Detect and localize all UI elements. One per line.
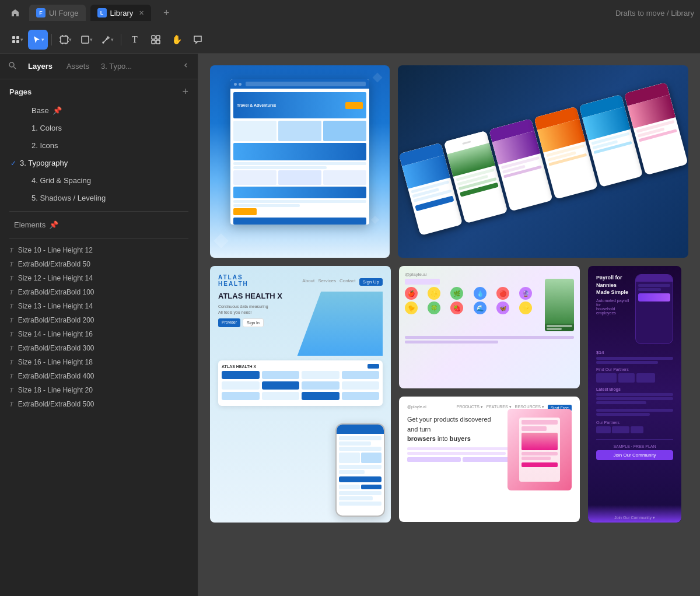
divider-1	[9, 211, 188, 212]
layer-item-11[interactable]: T ExtraBold/ExtraBold 500	[0, 397, 198, 411]
svg-rect-16	[156, 36, 160, 39]
panel-header: Layers Assets 3. Typo...	[0, 54, 198, 79]
layer-type-icon-11: T	[9, 401, 13, 408]
page-item-shadows[interactable]: 5. Shadows / Leveling	[5, 190, 193, 206]
layer-item-4[interactable]: T Size 13 - Line Height 14	[0, 299, 198, 313]
comment-tool[interactable]	[188, 30, 208, 50]
panel-collapse-button[interactable]	[181, 61, 190, 71]
preview-row-2: ATLASHEALTH AboutServicesContact Sign Up…	[210, 266, 688, 523]
tab-library-close[interactable]: ✕	[139, 9, 144, 17]
layer-item-2[interactable]: T Size 12 - Line Height 14	[0, 271, 198, 285]
svg-rect-0	[12, 36, 15, 39]
svg-rect-17	[152, 40, 155, 44]
layer-item-7[interactable]: T ExtraBold/ExtraBold 300	[0, 341, 198, 355]
pen-tool[interactable]: ▾	[97, 30, 117, 50]
preview-dark-purple[interactable]: Payroll for NanniesMade Simple Automated…	[588, 266, 681, 523]
tab-library-label: Library	[110, 9, 134, 17]
atlas-desc: Continuous data measuringAll tools you n…	[218, 304, 300, 315]
svg-rect-3	[16, 40, 19, 43]
svg-point-14	[103, 42, 104, 43]
divider-2	[9, 238, 188, 239]
tab-library[interactable]: L Library ✕	[90, 5, 152, 21]
layer-type-icon-7: T	[9, 345, 13, 352]
atlas-logo: ATLASHEALTH	[218, 274, 249, 287]
layer-type-icon-9: T	[9, 373, 13, 380]
tab-ui-forge-icon: F	[36, 8, 46, 17]
elements-section[interactable]: Elements 📌	[5, 216, 193, 233]
dark-purple-sub: Automated payroll forhousehold employees	[596, 299, 631, 315]
elements-emoji: 📌	[49, 220, 58, 229]
component-insert-tool[interactable]	[146, 30, 166, 50]
titlebar: F UI Forge L Library ✕ + Drafts to move …	[0, 0, 700, 26]
atlas-phone	[335, 423, 385, 517]
svg-rect-2	[12, 40, 15, 43]
panel-tab-layers[interactable]: Layers	[23, 59, 57, 73]
toolbar: ▾ ▾ ▾ ▾	[0, 26, 700, 54]
svg-rect-18	[156, 40, 160, 44]
layer-item-8[interactable]: T Size 16 - Line Height 18	[0, 355, 198, 369]
center-column: @playle.ai 🍎 🌟 🌿 💧 🔴	[399, 266, 580, 523]
component-tool[interactable]: ▾	[7, 30, 27, 50]
layer-item-6[interactable]: T Size 14 - Line Height 16	[0, 327, 198, 341]
layer-type-icon-0: T	[9, 247, 13, 254]
preview-mobile-grid[interactable]	[398, 65, 688, 258]
text-tool[interactable]: T	[125, 30, 145, 50]
atlas-dashboard: ATLAS HEALTH X	[218, 360, 383, 406]
left-panel: Layers Assets 3. Typo... Pages + Base 📌	[0, 54, 198, 596]
layer-type-icon-6: T	[9, 331, 13, 338]
pages-section-header: Pages +	[0, 79, 198, 101]
tab-library-icon: L	[97, 8, 107, 17]
layer-item-3[interactable]: T ExtraBold/ExtraBold 100	[0, 285, 198, 299]
tab-ui-forge-label: UI Forge	[49, 9, 79, 17]
layer-type-icon-3: T	[9, 289, 13, 296]
toolbar-group-main: ▾ ▾ ▾ ▾	[7, 30, 208, 50]
panel-tab-assets[interactable]: Assets	[62, 59, 94, 73]
svg-point-21	[9, 62, 14, 67]
layer-item-5[interactable]: T ExtraBold/ExtraBold 200	[0, 313, 198, 327]
svg-line-22	[14, 67, 16, 69]
preview-playe-game[interactable]: @playle.ai 🍎 🌟 🌿 💧 🔴	[399, 266, 580, 388]
atlas-title: ATLAS HEALTH X	[218, 292, 300, 301]
layer-type-icon-5: T	[9, 317, 13, 324]
left-panel-scroll[interactable]: Pages + Base 📌 1. Colors 2. Icons 3. Typ…	[0, 79, 198, 596]
svg-rect-15	[152, 36, 155, 39]
svg-rect-13	[82, 36, 89, 43]
layer-item-9[interactable]: T ExtraBold/ExtraBold 400	[0, 369, 198, 383]
add-tab-button[interactable]: +	[158, 5, 174, 21]
page-item-icons[interactable]: 2. Icons	[5, 137, 193, 154]
add-page-button[interactable]: +	[182, 86, 188, 97]
breadcrumb: Drafts to move / Library	[615, 9, 694, 17]
layer-type-icon-8: T	[9, 359, 13, 366]
preview-row-1: Travel & Adventures	[210, 65, 688, 258]
frame-tool[interactable]: ▾	[55, 30, 75, 50]
canvas[interactable]: Travel & Adventures	[198, 54, 700, 596]
svg-rect-4	[61, 36, 68, 43]
page-base-emoji: 📌	[52, 106, 62, 115]
layer-type-icon-1: T	[9, 261, 13, 268]
tab-ui-forge[interactable]: F UI Forge	[29, 5, 86, 21]
page-item-base[interactable]: Base 📌	[5, 102, 193, 119]
page-item-grid-spacing[interactable]: 4. Grid & Spacing	[5, 172, 193, 189]
preview-web-blue[interactable]: Travel & Adventures	[210, 65, 390, 258]
page-item-colors[interactable]: 1. Colors	[5, 120, 193, 136]
panel-tab-typography[interactable]: 3. Typo...	[101, 62, 132, 71]
main-content: Layers Assets 3. Typo... Pages + Base 📌	[0, 54, 700, 596]
hand-tool[interactable]: ✋	[167, 30, 187, 50]
layer-item-0[interactable]: T Size 10 - Line Height 12	[0, 243, 198, 257]
search-icon	[8, 61, 16, 71]
svg-rect-1	[16, 36, 19, 39]
shape-tool[interactable]: ▾	[76, 30, 96, 50]
select-tool[interactable]: ▾	[28, 30, 48, 50]
dark-purple-title: Payroll for NanniesMade Simple	[596, 274, 631, 296]
layer-type-icon-4: T	[9, 303, 13, 310]
layer-item-1[interactable]: T ExtraBold/ExtraBold 50	[0, 257, 198, 271]
pages-title: Pages	[9, 87, 32, 96]
layer-item-10[interactable]: T Size 18 - Line Height 20	[0, 383, 198, 397]
home-button[interactable]	[6, 3, 24, 22]
preview-product-discovery[interactable]: @playle.ai PRODUCTS ▾FEATURES ▾RESOURCES…	[399, 397, 580, 522]
page-item-typography[interactable]: 3. Typography	[5, 155, 193, 171]
preview-atlas-health[interactable]: ATLASHEALTH AboutServicesContact Sign Up…	[210, 266, 391, 523]
layer-type-icon-2: T	[9, 275, 13, 282]
layer-type-icon-10: T	[9, 387, 13, 394]
